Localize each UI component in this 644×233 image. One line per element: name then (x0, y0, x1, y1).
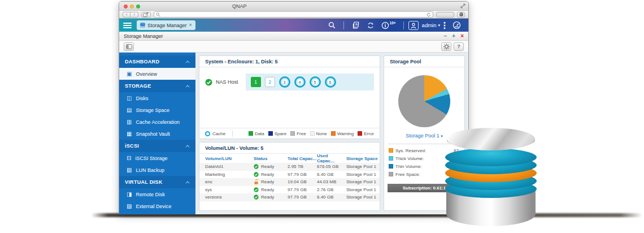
legend-swatch (389, 156, 393, 161)
pool-selector-caret-icon: ▾ (441, 134, 443, 138)
table-row[interactable]: versions Ready 97.79 GB 6.40 GB Storage … (199, 193, 380, 201)
disk-slot-1[interactable]: 1 (251, 77, 261, 87)
column-volume[interactable]: Volume/LUN (205, 156, 254, 161)
dashboard-button[interactable] (452, 21, 461, 29)
help-button[interactable]: ? (454, 42, 464, 51)
more-options-button[interactable] (443, 21, 446, 29)
disk-slot-2[interactable]: 2 (265, 77, 275, 87)
legend-free: Free (290, 131, 306, 136)
app-window-title: Storage Manager (124, 33, 163, 39)
status-text: Ready (261, 164, 274, 169)
fullscreen-icon[interactable] (460, 3, 465, 8)
disk-slot-3[interactable]: 3 (279, 76, 290, 88)
volume-name: DataVol1 (205, 164, 254, 169)
sidebar-item-storage-space[interactable]: ▤ Storage Space (119, 104, 195, 116)
mac-titlebar: QNAP (119, 2, 468, 11)
share-button[interactable] (141, 12, 151, 18)
legend-data: Data (249, 131, 264, 136)
sidebar-item-overview[interactable]: ▣ Overview (119, 68, 195, 80)
minimize-traffic-light[interactable] (130, 5, 134, 8)
volume-panel-title: Volume/LUN - Volume: 5 (199, 143, 380, 154)
iscsi-storage-icon: ⊟ (127, 156, 131, 161)
legend-spare: Spare (268, 131, 286, 136)
table-row[interactable]: DataVol1 Ready 2.95 TB 676.05 GB Storage… (199, 163, 380, 171)
snapshot-vault-icon: ▦ (127, 131, 132, 137)
layout-toggle-button[interactable] (124, 42, 134, 51)
notifications-button[interactable]: 10+ (381, 21, 395, 29)
notification-badge: 10+ (390, 21, 396, 25)
volume-name: sys (205, 187, 254, 192)
legend-swatch (268, 131, 273, 136)
main-area: System - Enclosure: 1, Disk: 5 NAS Host … (195, 53, 468, 214)
back-button[interactable]: ‹ (123, 12, 130, 18)
storage-cylinder-graphic (444, 128, 549, 227)
system-panel: System - Enclosure: 1, Disk: 5 NAS Host … (199, 55, 380, 139)
sidebar-section-storage[interactable]: STORAGE (119, 80, 195, 92)
status-text: Ready (261, 187, 274, 192)
slot-number: 3 (281, 79, 288, 85)
tab-storage-manager[interactable]: Storage Manager × (137, 20, 195, 30)
sidebar-item-remote-disk[interactable]: ◨ Remote Disk (119, 188, 195, 200)
gear-icon (443, 44, 450, 50)
sidebar-item-cache-acceleration[interactable]: ▥ Cache Acceleration (119, 116, 195, 128)
sidebar-section-iscsi[interactable]: iSCSI (119, 140, 195, 152)
address-bar[interactable] (154, 11, 433, 18)
sidebar-item-lun-backup[interactable]: ▧ LUN Backup (119, 164, 195, 176)
disk-slot-5[interactable]: 5 (310, 76, 321, 88)
sidebar-section-dashboard[interactable]: DASHBOARD (119, 55, 195, 68)
volume-panel: Volume/LUN - Volume: 5 Volume/LUN Status… (199, 142, 380, 211)
background-tasks-button[interactable] (352, 21, 360, 29)
total-capacity: 19.04 GB (288, 179, 317, 184)
tasks-icon (352, 21, 360, 29)
browser-toolbar: ‹ › (119, 11, 468, 19)
sidebar-item-snapshot-vault[interactable]: ▦ Snapshot Vault (119, 128, 195, 140)
section-label: STORAGE (125, 83, 151, 89)
window-minimize-button[interactable]: − (443, 33, 447, 39)
admin-caret-icon[interactable]: ▾ (438, 23, 440, 28)
sync-button[interactable] (367, 21, 375, 29)
column-used[interactable]: Used Capac... (317, 153, 346, 163)
legend-divider (232, 131, 233, 137)
column-total[interactable]: Total Capac... (288, 156, 317, 161)
sidebar: DASHBOARD ▣ Overview STORAGE ◫ Disks ▤ (119, 53, 195, 214)
storage-space-icon: ▤ (127, 107, 132, 113)
tab-close-icon[interactable]: × (189, 23, 192, 28)
volume-name: versions (205, 195, 254, 200)
section-label: iSCSI (125, 143, 139, 149)
forward-button[interactable]: › (130, 12, 138, 18)
slot-number: 4 (297, 79, 303, 85)
column-status[interactable]: Status (254, 156, 288, 161)
sidebar-item-external-device[interactable]: ▨ External Device (119, 200, 195, 212)
main-menu-icon[interactable] (123, 23, 132, 28)
disk-slot-4[interactable]: 4 (294, 76, 306, 88)
status-text: Ready (261, 195, 274, 200)
cache-label: Cache (212, 131, 225, 136)
kebab-icon (443, 21, 446, 29)
table-row[interactable]: Marketing Ready 97.79 GB 6.40 GB Storage… (199, 171, 380, 179)
column-pool[interactable]: Storage Space (346, 156, 380, 161)
sidebar-item-iscsi-storage[interactable]: ⊟ iSCSI Storage (119, 152, 195, 164)
settings-button[interactable] (441, 42, 451, 51)
sidebar-section-virtual-disk[interactable]: VIRTUAL DISK (119, 176, 195, 188)
topbar-divider (403, 21, 404, 29)
status-ok-icon (205, 79, 212, 86)
sidebar-item-label: Overview (136, 71, 157, 77)
sidebar-item-disks[interactable]: ◫ Disks (119, 92, 195, 104)
search-button[interactable] (328, 21, 336, 29)
admin-label[interactable]: admin (422, 22, 437, 28)
used-capacity: 6.40 GB (317, 172, 346, 177)
total-capacity: 97.79 GB (288, 172, 317, 177)
close-traffic-light[interactable] (124, 5, 128, 8)
table-row[interactable]: enc Ready 19.04 GB 44.03 MB Storage Pool… (199, 178, 380, 186)
window-close-button[interactable]: × (460, 33, 464, 39)
app-window-titlebar[interactable]: Storage Manager − + × (119, 32, 468, 41)
disk-slot-6[interactable]: 6 (325, 76, 336, 88)
reader-button[interactable] (436, 12, 454, 18)
zoom-traffic-light[interactable] (136, 5, 140, 8)
table-row[interactable]: sys Ready 97.79 GB 2.76 GB Storage Pool … (199, 186, 380, 194)
legend-error: Error (358, 131, 374, 136)
downloads-button[interactable] (457, 12, 465, 18)
user-button[interactable] (408, 21, 419, 30)
window-maximize-button[interactable]: + (452, 33, 455, 39)
reload-icon[interactable] (427, 12, 431, 17)
